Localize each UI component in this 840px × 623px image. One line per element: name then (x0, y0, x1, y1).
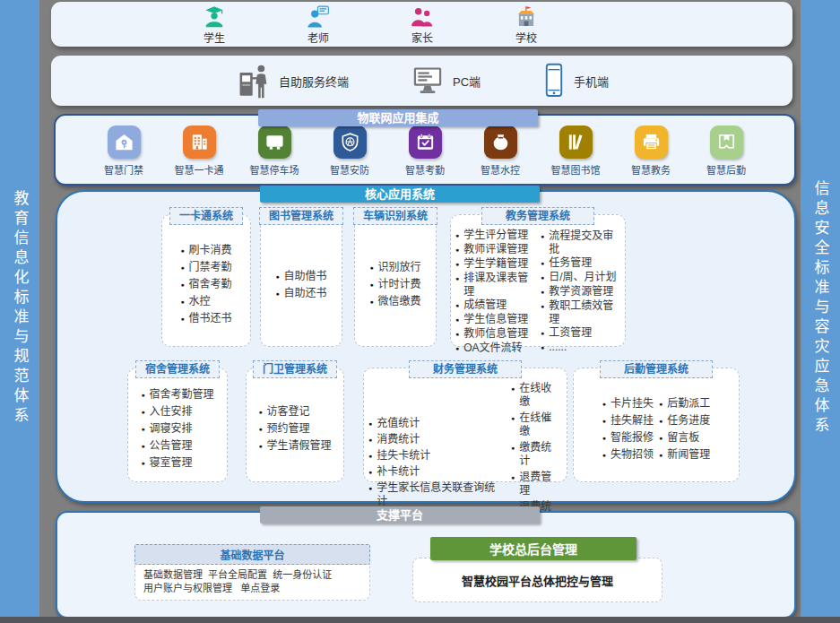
system-box-title: 图书管理系统 (259, 207, 343, 225)
base-data-platform-text: 基础数据管理 平台全局配置 统一身份认证 用户账户与权限管理 单点登录 (135, 564, 369, 600)
iot-app-label: 智慧后勤 (706, 162, 746, 177)
iot-app-6: 智慧水控 (463, 125, 538, 177)
feature-item: 失物招领 (602, 448, 654, 462)
system-box-title: 门卫管理系统 (253, 360, 337, 378)
pc-icon (411, 65, 444, 96)
feature-item: 卡片挂失 (602, 397, 654, 411)
feature-item: 门禁考勤 (180, 261, 231, 274)
system-box: 车辆识别系统识别放行计时计费微信缴费 (354, 214, 437, 347)
feature-item: 缴费统计 (511, 441, 562, 468)
system-box: 一卡通系统刷卡消费门禁考勤宿舍考勤水控借书还书 (161, 214, 251, 347)
feature-item: 退费管理 (511, 471, 562, 498)
user-role-2: 老师 (290, 4, 347, 45)
feature-item: 成绩管理 (455, 299, 535, 312)
logistics-icon (710, 125, 743, 159)
system-box-title: 教务管理系统 (481, 207, 594, 225)
feature-item: 任务进度 (659, 414, 710, 428)
feature-item: 教职工绩效管理 (541, 299, 620, 325)
feature-item: 学生信息管理 (455, 313, 535, 326)
school-admin-box: 智慧校园平台总体把控与管理 (412, 558, 662, 602)
feature-item: 自助还书 (275, 287, 326, 300)
user-role-4: 学校 (498, 4, 555, 45)
parents-icon (411, 4, 434, 29)
feature-item: 宿舍考勤管理 (141, 388, 213, 402)
terminals-row: 自助服务终端PC端手机端 (51, 56, 792, 106)
support-platform-band: 支撑平台 基础数据平台 基础数据管理 平台全局配置 统一身份认证 用户账户与权限… (56, 511, 796, 619)
iot-app-4: 智慧安防 (312, 125, 387, 177)
terminal-2: PC端 (411, 65, 481, 96)
user-role-1: 学生 (186, 4, 243, 45)
iot-app-label: 智慧安防 (330, 162, 369, 177)
system-box: 教务管理系统学生评分管理教师评课管理学生学籍管理排课及课表管理成绩管理学生信息管… (450, 214, 626, 347)
feature-item: ...... (541, 341, 620, 354)
feature-item: 访客登记 (258, 405, 331, 419)
feature-item: 入住安排 (141, 405, 213, 419)
feature-item: OA文件流转 (455, 342, 535, 355)
user-role-label: 学生 (204, 30, 225, 45)
feature-item: 挂失解挂 (602, 414, 654, 428)
system-box-features: 宿舍考勤管理入住安排调寝安排公告管理寝室管理 (128, 378, 227, 481)
system-box-features: 自助借书自助还书 (261, 225, 342, 346)
kiosk-icon (238, 61, 270, 100)
system-box-title: 一卡通系统 (169, 207, 243, 225)
feature-item: 寝室管理 (141, 456, 213, 470)
feature-item: 后勤派工 (659, 397, 710, 411)
core-band-header: 核心应用系统 (260, 186, 540, 203)
left-standards-banner: 教育信息化标准与规范体系 (0, 0, 39, 617)
iot-app-label: 智慧图书馆 (551, 162, 601, 177)
support-band-header: 支撑平台 (260, 506, 540, 523)
core-systems-row-2: 宿舍管理系统宿舍考勤管理入住安排调寝安排公告管理寝室管理门卫管理系统访客登记预约… (57, 368, 794, 482)
left-banner-text: 教育信息化标准与规范体系 (9, 190, 31, 427)
iot-app-label: 智慧考勤 (405, 162, 445, 177)
system-box: 财务管理系统充值统计消费统计挂失卡统计补卡统计学生家长信息关联查询统计在线收缴在… (363, 368, 567, 482)
feature-item: 工资管理 (541, 326, 620, 340)
feature-item: 水控 (180, 295, 231, 308)
student-icon (203, 4, 226, 29)
user-role-label: 老师 (307, 30, 329, 45)
feature-item: 学生学籍管理 (455, 257, 535, 271)
security-icon (333, 125, 367, 159)
feature-item: 公告管理 (141, 439, 213, 453)
system-box: 图书管理系统自助借书自助还书 (260, 214, 342, 347)
school-admin-desc: 智慧校园平台总体把控与管理 (462, 572, 613, 589)
feature-item: 排课及课表管理 (455, 272, 535, 298)
system-box: 后勤管理系统卡片挂失挂失解挂智能报修失物招领后勤派工任务进度留言板新闻管理 (573, 368, 740, 482)
base-platform-line-2: 用户账户与权限管理 单点登录 (143, 582, 361, 595)
card-icon (183, 125, 216, 159)
access-terminals-band: 自助服务终端PC端手机端 (51, 56, 792, 106)
iot-app-label: 智慧门禁 (104, 162, 143, 177)
system-box-title: 宿舍管理系统 (135, 360, 220, 378)
feature-item: 识别放行 (369, 261, 420, 274)
right-banner-text: 信息安全标准与容灾应急体系 (810, 180, 832, 437)
feature-item: 教学资源管理 (541, 285, 620, 299)
feature-item: 在线收缴 (511, 382, 562, 409)
feature-item: 教师评课管理 (455, 243, 535, 256)
system-box-features: 识别放行计时计费微信缴费 (355, 225, 436, 346)
feature-item: 微信缴费 (369, 295, 420, 308)
feature-item: 借书还书 (180, 312, 231, 325)
feature-item: 计时计费 (369, 278, 420, 291)
user-role-label: 家长 (411, 30, 433, 45)
base-data-platform-title: 基础数据平台 (134, 544, 370, 565)
feature-item: 挂失卡统计 (368, 449, 506, 463)
core-applications-band: 核心应用系统 一卡通系统刷卡消费门禁考勤宿舍考勤水控借书还书图书管理系统自助借书… (56, 190, 796, 503)
feature-item: 教师信息管理 (455, 327, 535, 341)
system-box-title: 财务管理系统 (409, 360, 522, 378)
door-access-icon (108, 125, 141, 159)
feature-item: 宿舍考勤 (180, 278, 231, 291)
terminal-1: 自助服务终端 (238, 61, 349, 100)
iot-app-9: 智慧后勤 (688, 125, 764, 177)
iot-app-label: 智慧教务 (631, 162, 671, 177)
attendance-icon (409, 125, 442, 159)
terminal-label: 自助服务终端 (279, 73, 349, 90)
user-roles-band: 学生老师家长学校 (51, 2, 792, 47)
iot-band-header: 物联网应用集成 (258, 109, 538, 126)
terminal-label: 手机端 (574, 73, 609, 90)
core-systems-row-1: 一卡通系统刷卡消费门禁考勤宿舍考勤水控借书还书图书管理系统自助借书自助还书车辆识… (57, 214, 794, 347)
base-data-platform-box: 基础数据平台 基础数据管理 平台全局配置 统一身份认证 用户账户与权限管理 单点… (134, 544, 370, 601)
feature-item: 任务管理 (541, 256, 620, 270)
feature-item: 刷卡消费 (180, 244, 231, 257)
academic-icon (635, 125, 668, 159)
teacher-icon (307, 4, 330, 29)
water-icon (484, 125, 517, 159)
